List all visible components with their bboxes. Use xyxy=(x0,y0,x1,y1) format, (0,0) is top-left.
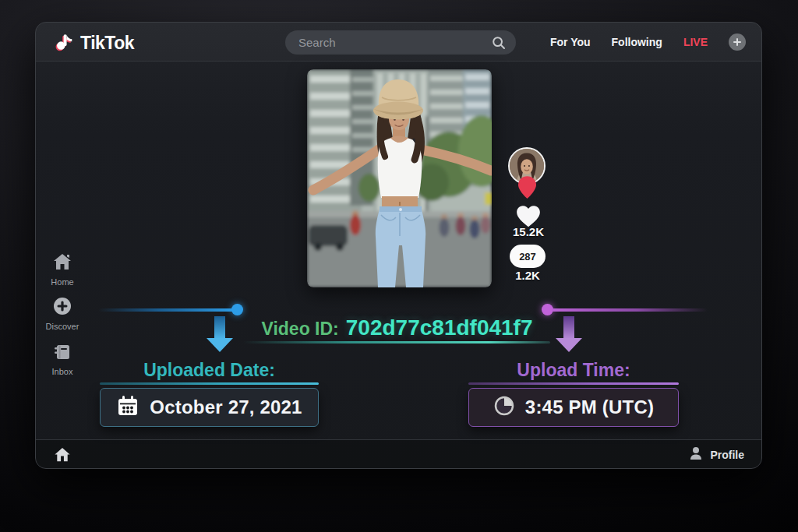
comment-badge-count: 287 xyxy=(519,251,536,262)
desktop-background: TikTok For You Following LIVE xyxy=(0,0,798,532)
uploaded-date-value: October 27, 2021 xyxy=(150,396,302,418)
search-icon[interactable] xyxy=(492,36,506,50)
comment-count: 1.2K xyxy=(503,269,553,282)
search-bar[interactable] xyxy=(285,30,516,55)
video-id-value: 702d77c81df041f7 xyxy=(346,315,533,340)
video-frame-illustration xyxy=(307,69,492,287)
tiktok-note-icon xyxy=(53,30,75,55)
video-id-label: Video ID: xyxy=(262,319,339,340)
bottom-bar: Profile xyxy=(36,439,761,468)
video-player[interactable] xyxy=(307,69,492,287)
discover-plus-icon xyxy=(53,297,72,319)
video-id-underline xyxy=(243,341,550,344)
clock-icon xyxy=(493,395,515,420)
profile-button[interactable]: Profile xyxy=(688,440,744,469)
connector-dot-blue xyxy=(231,304,243,315)
arrow-down-purple-icon xyxy=(556,316,582,355)
sidebar-label-discover: Discover xyxy=(46,322,79,331)
home-icon xyxy=(52,252,72,274)
upload-plus-button[interactable] xyxy=(729,33,746,51)
arrow-down-blue-icon xyxy=(207,316,233,355)
upload-time-label: Upload Time: xyxy=(468,360,679,381)
top-bar: TikTok For You Following LIVE xyxy=(36,23,761,62)
connector-line-purple xyxy=(552,308,708,312)
date-accent-line xyxy=(100,382,319,385)
like-count: 15.2K xyxy=(503,225,553,238)
search-input[interactable] xyxy=(285,36,492,49)
uploaded-date-box[interactable]: October 27, 2021 xyxy=(100,388,319,427)
sidebar-item-home[interactable]: Home xyxy=(41,252,84,287)
video-id-row: Video ID: 702d77c81df041f7 xyxy=(243,315,551,340)
tab-following[interactable]: Following xyxy=(612,36,662,48)
sidebar-label-inbox: Inbox xyxy=(52,367,73,376)
calendar-icon xyxy=(116,394,139,421)
uploaded-date-label: Uploaded Date: xyxy=(100,360,319,381)
tab-live[interactable]: LIVE xyxy=(683,36,708,48)
inbox-icon xyxy=(53,344,72,364)
tab-for-you[interactable]: For You xyxy=(550,36,591,48)
top-navigation: For You Following LIVE xyxy=(550,23,746,62)
tiktok-window: TikTok For You Following LIVE xyxy=(35,22,762,469)
app-title: TikTok xyxy=(80,33,134,54)
upload-time-box[interactable]: 3:45 PM (UTC) xyxy=(468,388,679,427)
sidebar-label-home: Home xyxy=(51,277,73,287)
sidebar-item-inbox[interactable]: Inbox xyxy=(41,344,84,376)
upload-time-value: 3:45 PM (UTC) xyxy=(525,396,654,418)
home-bottom-icon[interactable] xyxy=(53,446,72,467)
sidebar-item-discover[interactable]: Discover xyxy=(41,297,84,331)
profile-person-icon xyxy=(688,446,704,464)
connector-line-blue xyxy=(98,308,235,312)
time-accent-line xyxy=(468,382,679,385)
follow-pin-icon[interactable] xyxy=(518,176,536,202)
comment-bubble-icon[interactable]: 287 xyxy=(510,245,546,268)
tiktok-logo[interactable]: TikTok xyxy=(53,30,134,55)
profile-label: Profile xyxy=(710,449,744,461)
